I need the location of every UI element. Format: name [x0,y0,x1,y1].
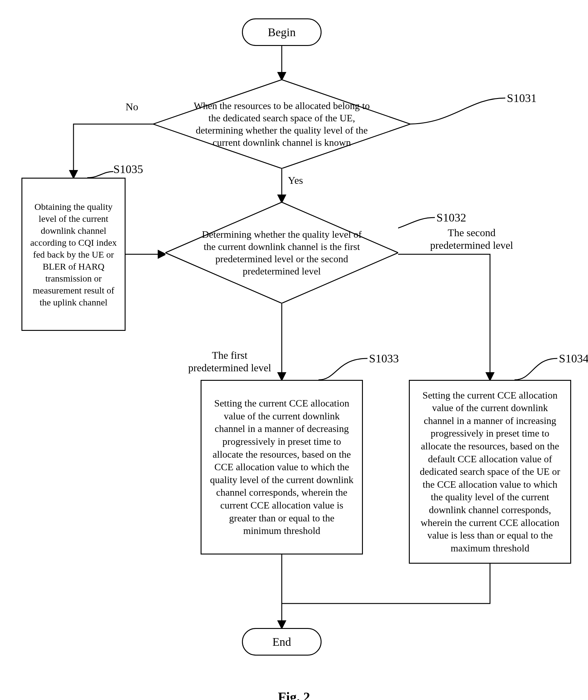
s1033-text: Setting the current CCE allocation value… [209,397,355,537]
terminator-end: End [242,628,322,656]
s1032-id: S1032 [436,211,466,224]
begin-label: Begin [268,25,296,39]
figure-caption: Fig. 2 [12,689,576,700]
s1035-id: S1035 [113,162,143,176]
end-label: End [272,635,291,649]
decision-s1032: Determining whether the quality level of… [165,202,398,303]
s1031-no-label: No [126,101,138,113]
process-s1035: Obtaining the quality level of the curre… [21,178,126,331]
s1035-text: Obtaining the quality level of the curre… [27,201,120,308]
s1031-id: S1031 [507,91,537,105]
s1034-text: Setting the current CCE allocation value… [417,389,563,555]
s1032-first-label: The first predetermined level [184,349,276,375]
s1031-text: When the resources to be allocated belon… [153,100,410,149]
flowchart-canvas: Begin When the resources to be allocated… [12,12,576,686]
s1033-id: S1033 [369,352,399,365]
process-s1034: Setting the current CCE allocation value… [409,380,571,564]
process-s1033: Setting the current CCE allocation value… [201,380,363,555]
decision-s1031: When the resources to be allocated belon… [153,80,410,168]
s1032-text: Determining whether the quality level of… [165,228,398,277]
s1032-second-label: The second predetermined level [426,227,518,252]
s1034-id: S1034 [559,352,588,365]
s1035-callout-hook [87,170,115,182]
terminator-begin: Begin [242,18,322,46]
s1031-yes-label: Yes [288,175,303,186]
